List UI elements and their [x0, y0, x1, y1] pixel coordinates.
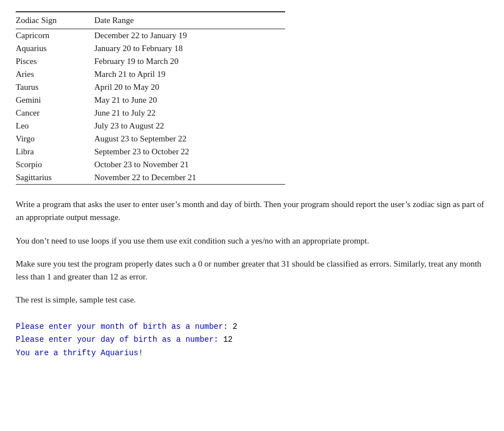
table-row: CapricornDecember 22 to January 19	[16, 29, 285, 43]
zodiac-table-container: Zodiac Sign Date Range CapricornDecember…	[16, 11, 488, 185]
zodiac-sign-cell: Scorpio	[16, 158, 94, 171]
date-range-cell: July 23 to August 22	[94, 120, 285, 132]
code-line-3: You are a thrifty Aquarius!	[16, 347, 488, 360]
code-output: Please enter your month of birth as a nu…	[16, 318, 488, 363]
zodiac-sign-cell: Gemini	[16, 94, 94, 107]
paragraph-4: The rest is simple, sample test case.	[16, 294, 488, 306]
zodiac-sign-cell: Pisces	[16, 55, 94, 68]
date-range-cell: December 22 to January 19	[94, 29, 285, 43]
table-row: AriesMarch 21 to April 19	[16, 68, 285, 81]
zodiac-sign-cell: Cancer	[16, 107, 94, 120]
col-header-sign: Zodiac Sign	[16, 12, 94, 29]
date-range-cell: March 21 to April 19	[94, 68, 285, 81]
zodiac-sign-cell: Sagittarius	[16, 171, 94, 185]
zodiac-sign-cell: Libra	[16, 145, 94, 158]
date-range-cell: October 23 to November 21	[94, 158, 285, 171]
zodiac-table: Zodiac Sign Date Range CapricornDecember…	[16, 11, 285, 185]
table-row: AquariusJanuary 20 to February 18	[16, 42, 285, 55]
date-range-cell: April 20 to May 20	[94, 81, 285, 94]
col-header-range: Date Range	[94, 12, 285, 29]
code-line1-value: 2	[232, 322, 237, 331]
zodiac-sign-cell: Leo	[16, 120, 94, 132]
table-row: LeoJuly 23 to August 22	[16, 120, 285, 132]
zodiac-sign-cell: Taurus	[16, 81, 94, 94]
zodiac-sign-cell: Aquarius	[16, 42, 94, 55]
date-range-cell: January 20 to February 18	[94, 42, 285, 55]
code-line-1: Please enter your month of birth as a nu…	[16, 320, 488, 334]
description-block: Write a program that asks the user to en…	[16, 198, 488, 307]
table-row: CancerJune 21 to July 22	[16, 107, 285, 120]
paragraph-2: You don’t need to use loops if you use t…	[16, 235, 488, 247]
paragraph-3: Make sure you test the program properly …	[16, 258, 488, 284]
table-row: SagittariusNovember 22 to December 21	[16, 171, 285, 185]
zodiac-sign-cell: Aries	[16, 68, 94, 81]
table-row: VirgoAugust 23 to September 22	[16, 132, 285, 145]
code-line-2: Please enter your day of birth as a numb…	[16, 333, 488, 347]
code-line1-text: Please enter your month of birth as a nu…	[16, 322, 228, 331]
table-row: LibraSeptember 23 to October 22	[16, 145, 285, 158]
table-row: ScorpioOctober 23 to November 21	[16, 158, 285, 171]
code-line2-text: Please enter your day of birth as a numb…	[16, 335, 218, 344]
code-line2-value: 12	[223, 335, 233, 344]
zodiac-sign-cell: Capricorn	[16, 29, 94, 43]
date-range-cell: November 22 to December 21	[94, 171, 285, 185]
table-row: PiscesFebruary 19 to March 20	[16, 55, 285, 68]
date-range-cell: September 23 to October 22	[94, 145, 285, 158]
zodiac-sign-cell: Virgo	[16, 132, 94, 145]
table-row: TaurusApril 20 to May 20	[16, 81, 285, 94]
paragraph-1: Write a program that asks the user to en…	[16, 198, 488, 224]
date-range-cell: May 21 to June 20	[94, 94, 285, 107]
date-range-cell: August 23 to September 22	[94, 132, 285, 145]
table-row: GeminiMay 21 to June 20	[16, 94, 285, 107]
date-range-cell: June 21 to July 22	[94, 107, 285, 120]
date-range-cell: February 19 to March 20	[94, 55, 285, 68]
